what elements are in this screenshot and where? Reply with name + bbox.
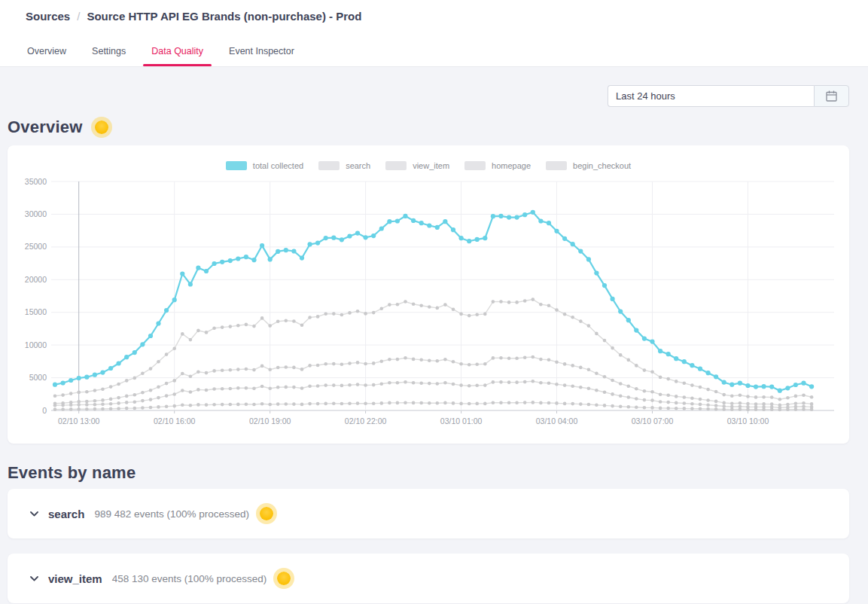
event-summary: 458 130 events (100% processed) [112,573,267,584]
legend-swatch-begin-checkout [546,161,567,170]
event-status-badge [277,572,291,585]
date-range-input[interactable] [608,85,814,107]
events-section-header: Events by name [8,462,849,484]
overview-section-header: Overview [8,116,849,139]
calendar-button[interactable] [814,85,849,107]
overview-heading: Overview [8,117,82,137]
event-name: search [48,508,84,520]
legend-label: total collected [253,161,303,170]
tab-event-inspector[interactable]: Event Inspector [227,46,296,66]
chevron-down-icon[interactable] [30,576,38,581]
chevron-down-icon[interactable] [30,511,38,517]
legend-swatch-search [318,161,340,170]
chart-legend: total collected search view_item homepag… [20,160,837,171]
svg-text:35000: 35000 [25,177,47,186]
svg-text:03/10 04:00: 03/10 04:00 [536,416,578,426]
event-summary: 989 482 events (100% processed) [94,508,249,520]
svg-text:03/10 07:00: 03/10 07:00 [632,416,674,426]
legend-label: view_item [413,161,449,170]
event-row-view-item[interactable]: view_item 458 130 events (100% processed… [8,554,849,603]
legend-item-homepage[interactable]: homepage [464,161,531,170]
tab-data-quality[interactable]: Data Quality [150,46,205,66]
svg-text:03/10 01:00: 03/10 01:00 [440,416,483,426]
svg-text:02/10 13:00: 02/10 13:00 [58,416,100,426]
svg-text:02/10 16:00: 02/10 16:00 [154,416,196,426]
svg-text:0: 0 [42,406,47,415]
legend-item-begin-checkout[interactable]: begin_checkout [546,161,631,170]
event-status-badge [260,507,273,520]
svg-text:03/10 10:00: 03/10 10:00 [727,416,769,426]
legend-swatch-homepage [464,161,486,170]
legend-label: search [346,161,370,170]
legend-item-search[interactable]: search [318,161,370,170]
svg-text:02/10 19:00: 02/10 19:00 [249,416,291,426]
event-row-search[interactable]: search 989 482 events (100% processed) [8,489,849,538]
filter-row [8,85,849,107]
breadcrumb-sources-link[interactable]: Sources [26,10,70,23]
svg-text:10000: 10000 [25,340,47,349]
legend-label: begin_checkout [573,161,631,170]
overview-chart-card: total collected search view_item homepag… [8,145,849,444]
svg-text:25000: 25000 [25,242,47,251]
svg-text:30000: 30000 [25,209,47,218]
legend-label: homepage [492,161,531,170]
legend-item-total-collected[interactable]: total collected [226,161,303,170]
breadcrumb: Sources/Source HTTP API EG Brands (non-p… [26,10,361,23]
calendar-icon [825,90,838,102]
legend-swatch-view-item [385,161,407,170]
tab-bar: Overview Settings Data Quality Event Ins… [26,46,296,66]
main-content: Overview total collected search view_ite… [0,85,868,603]
legend-item-view-item[interactable]: view_item [385,161,449,170]
events-by-name-heading: Events by name [8,463,136,483]
events-chart[interactable]: 0500010000150002000025000300003500002/10… [20,177,837,430]
legend-swatch-total-collected [226,161,247,170]
svg-text:02/10 22:00: 02/10 22:00 [345,416,387,426]
tab-settings[interactable]: Settings [90,46,127,66]
date-range-control [608,85,849,107]
svg-text:15000: 15000 [25,307,47,316]
svg-text:20000: 20000 [25,275,47,284]
breadcrumb-separator: / [77,10,80,23]
event-name: view_item [48,572,102,585]
page-header: Sources/Source HTTP API EG Brands (non-p… [0,0,868,67]
tab-overview[interactable]: Overview [26,46,68,66]
svg-text:5000: 5000 [29,373,47,382]
page-title: Source HTTP API EG Brands (non-purchase)… [87,10,361,23]
overview-status-badge [95,120,108,134]
